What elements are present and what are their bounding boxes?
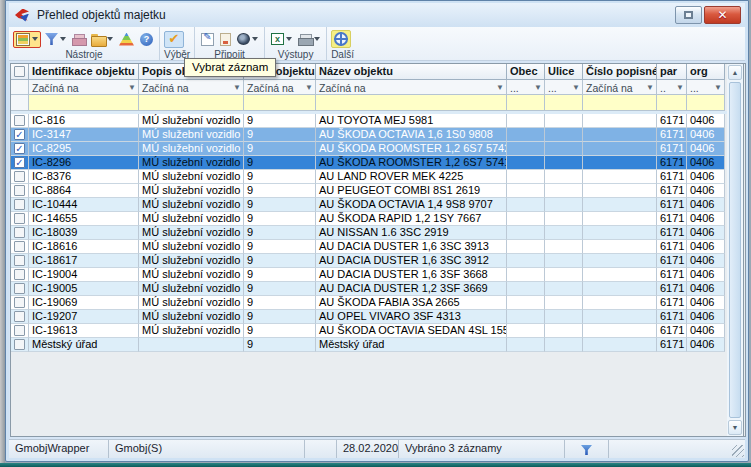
cell-obec[interactable]: [507, 156, 545, 170]
filter-input-obec[interactable]: [507, 95, 545, 111]
cell-org[interactable]: 0406: [687, 324, 725, 338]
filter-operator-druh[interactable]: Začíná na▼: [244, 80, 316, 95]
cell-popis[interactable]: MÚ služební vozidlo: [139, 282, 244, 296]
scroll-up-button[interactable]: ▲: [728, 65, 742, 80]
table-row[interactable]: IC-8296MÚ služební vozidlo9AU ŠKODA ROOM…: [11, 156, 745, 170]
cell-obec[interactable]: [507, 226, 545, 240]
cell-par[interactable]: 6171: [657, 240, 687, 254]
cell-org[interactable]: 0406: [687, 226, 725, 240]
cell-popis[interactable]: MÚ služební vozidlo: [139, 324, 244, 338]
cell-druh[interactable]: 9: [244, 324, 316, 338]
column-header-nazev[interactable]: Název objektu: [316, 64, 507, 80]
cell-obec[interactable]: [507, 128, 545, 142]
column-header-obec[interactable]: Obec: [507, 64, 545, 80]
row-checkbox[interactable]: [11, 338, 29, 352]
cell-nazev[interactable]: AU OPEL VIVARO 3SF 4313: [316, 310, 507, 324]
filter-input-id[interactable]: [29, 95, 139, 111]
cell-par[interactable]: 6171: [657, 296, 687, 310]
cell-obec[interactable]: [507, 114, 545, 128]
filter-input-ulice[interactable]: [545, 95, 583, 111]
cell-par[interactable]: 6171: [657, 142, 687, 156]
cell-org[interactable]: 0406: [687, 142, 725, 156]
table-row[interactable]: IC-816MÚ služební vozidlo9AU TOYOTA MEJ …: [11, 114, 745, 128]
cell-popis[interactable]: MÚ služební vozidlo: [139, 226, 244, 240]
filter-operator-nazev[interactable]: Začíná na▼: [316, 80, 507, 95]
cell-nazev[interactable]: AU ŠKODA ROOMSTER 1,2 6S7 5742: [316, 142, 507, 156]
cell-par[interactable]: 6171: [657, 184, 687, 198]
filter-operator-id[interactable]: Začíná na▼: [29, 80, 139, 95]
cell-druh[interactable]: 9: [244, 268, 316, 282]
cell-cislo[interactable]: [583, 184, 657, 198]
column-header-org[interactable]: org: [687, 64, 725, 80]
row-checkbox[interactable]: [11, 254, 29, 268]
cell-ulice[interactable]: [545, 282, 583, 296]
cell-ulice[interactable]: [545, 114, 583, 128]
filter-input-par[interactable]: [657, 95, 687, 111]
row-checkbox[interactable]: [11, 310, 29, 324]
cell-druh[interactable]: 9: [244, 170, 316, 184]
row-checkbox[interactable]: [11, 142, 29, 156]
cell-id[interactable]: IC-18617: [29, 254, 139, 268]
close-button[interactable]: ✕: [704, 6, 741, 24]
cell-popis[interactable]: MÚ služební vozidlo: [139, 268, 244, 282]
cell-popis[interactable]: MÚ služební vozidlo: [139, 142, 244, 156]
cell-id[interactable]: IC-14655: [29, 212, 139, 226]
target-button[interactable]: [331, 30, 351, 48]
cell-ulice[interactable]: [545, 240, 583, 254]
cell-nazev[interactable]: AU ŠKODA OCTAVIA 1,6 1S0 9808: [316, 128, 507, 142]
cell-obec[interactable]: [507, 310, 545, 324]
cell-obec[interactable]: [507, 338, 545, 352]
cell-id[interactable]: IC-19613: [29, 324, 139, 338]
filter-operator-par[interactable]: ..▼: [657, 80, 687, 95]
cell-nazev[interactable]: AU PEUGEOT COMBI 8S1 2619: [316, 184, 507, 198]
table-row[interactable]: IC-18617MÚ služební vozidlo9AU DACIA DUS…: [11, 254, 745, 268]
cell-nazev[interactable]: AU LAND ROVER MEK 4225: [316, 170, 507, 184]
resize-grip[interactable]: [732, 445, 744, 457]
cell-popis[interactable]: MÚ služební vozidlo: [139, 114, 244, 128]
table-row[interactable]: IC-3147MÚ služební vozidlo9AU ŠKODA OCTA…: [11, 128, 745, 142]
cell-cislo[interactable]: [583, 268, 657, 282]
layers-button[interactable]: [117, 32, 136, 47]
cell-obec[interactable]: [507, 142, 545, 156]
column-header-ulice[interactable]: Ulice: [545, 64, 583, 80]
cell-par[interactable]: 6171: [657, 338, 687, 352]
cell-popis[interactable]: MÚ služební vozidlo: [139, 212, 244, 226]
cell-nazev[interactable]: AU DACIA DUSTER 1,2 3SF 3669: [316, 282, 507, 296]
cell-cislo[interactable]: [583, 254, 657, 268]
cell-ulice[interactable]: [545, 128, 583, 142]
cell-id[interactable]: IC-816: [29, 114, 139, 128]
cell-org[interactable]: 0406: [687, 184, 725, 198]
table-row[interactable]: IC-19004MÚ služební vozidlo9AU DACIA DUS…: [11, 268, 745, 282]
row-checkbox[interactable]: [11, 128, 29, 142]
table-row[interactable]: IC-19613MÚ služební vozidlo9AU ŠKODA OCT…: [11, 324, 745, 338]
cell-par[interactable]: 6171: [657, 226, 687, 240]
open-folder-button[interactable]: [89, 33, 115, 46]
cell-cislo[interactable]: [583, 240, 657, 254]
cell-nazev[interactable]: AU DACIA DUSTER 1,6 3SC 3913: [316, 240, 507, 254]
cell-org[interactable]: 0406: [687, 254, 725, 268]
cell-par[interactable]: 6171: [657, 170, 687, 184]
cell-druh[interactable]: 9: [244, 310, 316, 324]
cell-cislo[interactable]: [583, 170, 657, 184]
row-checkbox[interactable]: [11, 296, 29, 310]
row-checkbox[interactable]: [11, 324, 29, 338]
filter-operator-ulice[interactable]: ...▼: [545, 80, 583, 95]
filter-menu-button[interactable]: [43, 32, 68, 46]
cell-druh[interactable]: 9: [244, 296, 316, 310]
row-checkbox[interactable]: [11, 226, 29, 240]
filter-operator-cislo[interactable]: Začíná na▼: [583, 80, 657, 95]
scroll-down-button[interactable]: ▼: [728, 420, 742, 435]
table-row[interactable]: IC-18039MÚ služební vozidlo9AU NISSAN 1.…: [11, 226, 745, 240]
cell-druh[interactable]: 9: [244, 184, 316, 198]
cell-org[interactable]: 0406: [687, 170, 725, 184]
cell-obec[interactable]: [507, 240, 545, 254]
cell-cislo[interactable]: [583, 310, 657, 324]
cell-ulice[interactable]: [545, 310, 583, 324]
cell-ulice[interactable]: [545, 324, 583, 338]
cell-cislo[interactable]: [583, 324, 657, 338]
row-checkbox[interactable]: [11, 282, 29, 296]
title-bar[interactable]: Přehled objektů majetku ✕: [9, 3, 745, 27]
filter-input-popis[interactable]: [139, 95, 244, 111]
cell-par[interactable]: 6171: [657, 282, 687, 296]
cell-org[interactable]: 0406: [687, 268, 725, 282]
